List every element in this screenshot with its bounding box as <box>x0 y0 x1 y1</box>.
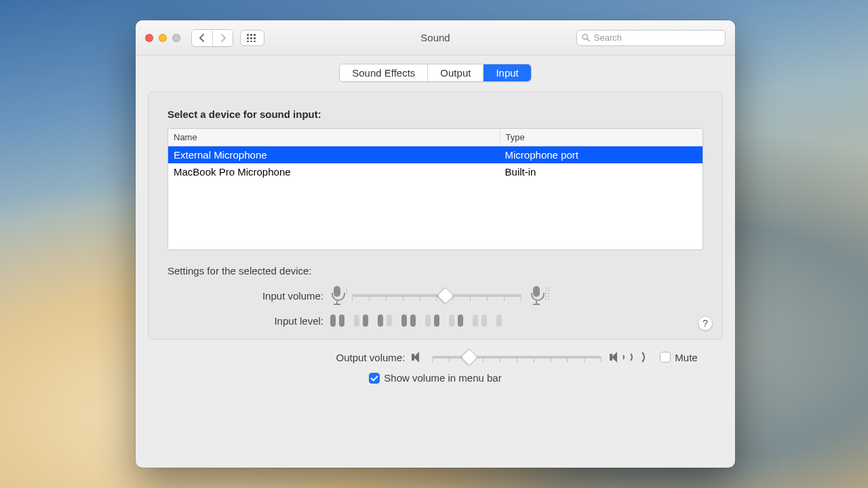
forward-button[interactable] <box>212 30 233 46</box>
svg-rect-2 <box>254 34 256 36</box>
help-button[interactable]: ? <box>698 316 713 331</box>
footer-area: Output volume: Mute <box>148 349 723 384</box>
column-header-type[interactable]: Type <box>500 129 703 146</box>
window-titlebar: Sound <box>136 20 735 56</box>
chevron-left-icon <box>199 34 205 42</box>
tab-input[interactable]: Input <box>483 64 530 81</box>
svg-rect-5 <box>254 37 256 39</box>
tab-sound-effects[interactable]: Sound Effects <box>340 64 427 81</box>
input-panel: Select a device for sound input: Name Ty… <box>148 92 723 340</box>
settings-heading: Settings for the selected device: <box>167 265 703 277</box>
column-header-name[interactable]: Name <box>168 129 500 146</box>
device-type: Built-in <box>500 163 703 180</box>
table-row[interactable]: External Microphone Microphone port <box>168 146 703 163</box>
window-title: Sound <box>420 32 450 43</box>
show-volume-menu-bar-checkbox[interactable]: Show volume in menu bar <box>369 372 501 384</box>
search-icon <box>582 33 590 42</box>
svg-rect-8 <box>254 41 256 42</box>
output-volume-slider[interactable] <box>432 349 601 365</box>
svg-rect-1 <box>250 34 252 36</box>
input-level-label: Input level: <box>167 315 330 327</box>
input-level-row: Input level: <box>167 314 703 327</box>
input-volume-slider[interactable] <box>352 287 521 304</box>
output-volume-row: Output volume: Mute <box>148 349 723 365</box>
zoom-window-button[interactable] <box>172 34 180 42</box>
tab-output[interactable]: Output <box>427 64 483 81</box>
input-volume-label: Input volume: <box>167 290 330 302</box>
speaker-mute-icon <box>412 351 424 363</box>
close-window-button[interactable] <box>145 34 153 42</box>
input-level-meter <box>330 314 502 327</box>
content-area: Sound Effects Output Input Select a devi… <box>136 56 735 468</box>
device-name: External Microphone <box>168 146 500 163</box>
show-volume-menu-bar-label: Show volume in menu bar <box>384 372 501 384</box>
minimize-window-button[interactable] <box>159 34 167 42</box>
window-traffic-lights <box>145 34 180 42</box>
sound-preferences-window: Sound Sound Effects Output Input Select … <box>136 20 735 468</box>
speaker-loud-icon <box>610 350 645 365</box>
svg-line-10 <box>587 39 589 41</box>
mute-label: Mute <box>675 352 697 363</box>
device-name: MacBook Pro Microphone <box>168 163 500 180</box>
show-all-button[interactable] <box>240 30 264 46</box>
svg-rect-6 <box>247 41 249 42</box>
microphone-loud-icon <box>530 286 543 305</box>
back-button[interactable] <box>192 30 212 46</box>
device-type: Microphone port <box>500 146 703 163</box>
chevron-right-icon <box>220 34 226 42</box>
output-volume-label: Output volume: <box>173 352 412 363</box>
slider-thumb[interactable] <box>437 287 454 304</box>
search-field[interactable] <box>576 30 726 46</box>
grid-icon <box>247 34 258 42</box>
svg-rect-7 <box>250 41 252 42</box>
input-device-table[interactable]: Name Type External Microphone Microphone… <box>167 128 703 250</box>
svg-rect-4 <box>250 37 252 39</box>
input-volume-row: Input volume: <box>167 286 703 305</box>
device-list-heading: Select a device for sound input: <box>167 108 703 120</box>
slider-thumb[interactable] <box>461 348 478 365</box>
svg-rect-3 <box>247 37 249 39</box>
svg-rect-0 <box>247 34 249 36</box>
table-header: Name Type <box>168 129 703 146</box>
search-input[interactable] <box>594 33 720 43</box>
table-row[interactable]: MacBook Pro Microphone Built-in <box>168 163 703 180</box>
nav-back-forward <box>191 29 233 47</box>
microphone-quiet-icon <box>330 286 344 305</box>
sound-tabs: Sound Effects Output Input <box>339 64 532 82</box>
mute-checkbox[interactable]: Mute <box>660 352 697 363</box>
